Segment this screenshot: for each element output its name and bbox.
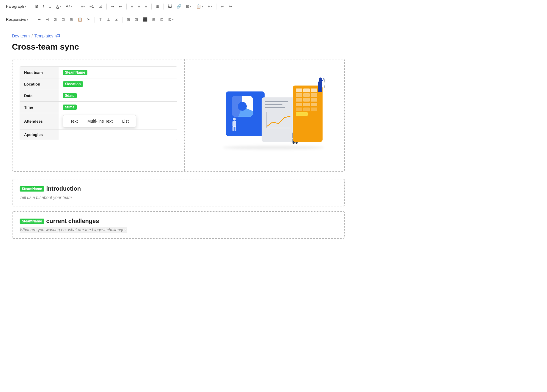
- align-left-icon: ≡: [131, 4, 133, 9]
- embed-button[interactable]: 📋▾: [194, 3, 205, 10]
- row-top-button[interactable]: ⊤: [97, 16, 104, 23]
- illus-person-blue: [230, 117, 238, 133]
- row-bottom-button[interactable]: ⊥: [105, 16, 112, 23]
- svg-rect-6: [235, 126, 236, 131]
- border-none-icon: ⊡: [160, 17, 164, 22]
- cut-button[interactable]: ✂: [85, 16, 92, 23]
- text-color-icon: A̲: [56, 4, 59, 9]
- section-intro-heading: $teamName introduction: [20, 185, 337, 192]
- section-intro-text: Tell us a bit about your team: [20, 195, 72, 200]
- text-color-button[interactable]: A̲▾: [54, 3, 63, 10]
- text-style-icon: A⁺: [66, 4, 70, 9]
- col-del-icon: ⊠: [54, 17, 57, 22]
- add-button[interactable]: +▾: [206, 3, 214, 10]
- block-icon: ▦: [156, 4, 159, 9]
- divider-5: [151, 4, 152, 10]
- svg-point-13: [319, 78, 322, 81]
- label-location: Location: [20, 78, 59, 90]
- more-borders-button[interactable]: ⊠▾: [166, 16, 175, 23]
- illus-cell: [303, 98, 310, 102]
- cell-bg-button[interactable]: ⬛: [141, 16, 149, 23]
- illus-cell: [303, 93, 310, 97]
- cell-bg-icon: ⬛: [143, 17, 147, 22]
- checklist-button[interactable]: ☑: [97, 3, 104, 10]
- copy-button[interactable]: ⊞: [68, 16, 75, 23]
- row-top-icon: ⊤: [99, 17, 102, 22]
- divider-3: [106, 4, 107, 10]
- divider-b2: [95, 17, 95, 23]
- col-ex-button[interactable]: ⊡: [60, 16, 67, 23]
- undo-button[interactable]: ↩: [219, 3, 226, 10]
- col-del-button[interactable]: ⊠: [52, 16, 59, 23]
- indent-increase-button[interactable]: ⇥: [109, 3, 116, 10]
- breadcrumb-devteam[interactable]: Dev team: [12, 34, 30, 38]
- paste-button[interactable]: 📋: [76, 16, 84, 23]
- indent-decrease-icon: ⇤: [119, 4, 122, 9]
- cell-split-button[interactable]: ⊡: [133, 16, 140, 23]
- style-chevron: ▾: [71, 5, 73, 8]
- align-center-icon: ≡: [138, 4, 140, 9]
- col-right-button[interactable]: ⊣: [44, 16, 51, 23]
- illus-blue-panel: [226, 91, 265, 136]
- bullet-list-button[interactable]: ≡•: [79, 3, 87, 10]
- align-center-button[interactable]: ≡: [136, 3, 142, 10]
- option-list[interactable]: List: [117, 117, 133, 125]
- illus-yellow-row-5: [296, 108, 320, 111]
- cell-split-icon: ⊡: [135, 17, 138, 22]
- col-right-icon: ⊣: [45, 17, 49, 22]
- illus-cell: [303, 88, 310, 92]
- border-all-button[interactable]: ⊞: [150, 16, 157, 23]
- illustration: [217, 83, 312, 148]
- underline-button[interactable]: U: [47, 3, 53, 10]
- indent-decrease-button[interactable]: ⇤: [117, 3, 124, 10]
- info-table: Host team $teamName Location $location D…: [20, 67, 177, 140]
- image-button[interactable]: 🖼: [166, 3, 174, 10]
- link-button[interactable]: 🔗: [175, 3, 183, 10]
- right-panel: [185, 59, 344, 171]
- divider-b1: [33, 17, 33, 23]
- illus-person-yellow: [313, 77, 325, 96]
- row-split-button[interactable]: ⊻: [113, 16, 120, 23]
- illus-cell: [311, 98, 317, 102]
- pill-location: $location: [63, 81, 83, 87]
- option-text[interactable]: Text: [65, 117, 83, 125]
- breadcrumb-templates[interactable]: Templates: [34, 34, 54, 38]
- section-intro-body: Tell us a bit about your team: [20, 195, 337, 200]
- label-attendees: Attendees: [20, 113, 59, 129]
- illus-cell: [311, 108, 317, 111]
- divider-2: [77, 4, 77, 10]
- illus-yellow-row-3: [296, 98, 320, 102]
- text-style-button[interactable]: A⁺▾: [64, 3, 74, 10]
- align-right-button[interactable]: ≡: [143, 3, 149, 10]
- value-time: $time: [59, 102, 177, 113]
- paragraph-dropdown[interactable]: Paragraph ▾: [4, 3, 29, 10]
- align-left-button[interactable]: ≡: [129, 3, 135, 10]
- numbered-list-button[interactable]: ≡1: [88, 3, 96, 10]
- table-chevron: ▾: [190, 5, 191, 8]
- embed-icon: 📋: [196, 4, 201, 9]
- main-dashed-container: Host team $teamName Location $location D…: [12, 59, 345, 172]
- table-row: Attendees Text Multi-line Text List: [20, 113, 177, 129]
- border-none-button[interactable]: ⊡: [158, 16, 165, 23]
- value-host-team: $teamName: [59, 67, 177, 78]
- table-button[interactable]: ⊞▾: [184, 3, 193, 10]
- border-all-icon: ⊞: [152, 17, 155, 22]
- italic-button[interactable]: I: [41, 3, 46, 10]
- redo-button[interactable]: ↪: [227, 3, 234, 10]
- cell-merge-button[interactable]: ⊞: [125, 16, 132, 23]
- section-challenges-text: What are you working on, what are the bi…: [20, 227, 127, 233]
- col-left-button[interactable]: ⊢: [36, 16, 43, 23]
- divider-4: [126, 4, 127, 10]
- block-button[interactable]: ▦: [154, 3, 161, 10]
- paragraph-chevron: ▾: [25, 5, 26, 8]
- responsive-dropdown[interactable]: Responsive ▾: [4, 16, 31, 23]
- illus-cell: [296, 88, 302, 92]
- illus-yellow-row-4: [296, 103, 320, 106]
- divider-b3: [122, 17, 122, 23]
- table-row: Time $time: [20, 102, 177, 113]
- pill-time: $time: [63, 105, 77, 110]
- bold-button[interactable]: B: [34, 3, 40, 10]
- borders-chevron: ▾: [172, 18, 174, 21]
- align-right-icon: ≡: [145, 4, 147, 9]
- option-multiline-text[interactable]: Multi-line Text: [83, 117, 117, 125]
